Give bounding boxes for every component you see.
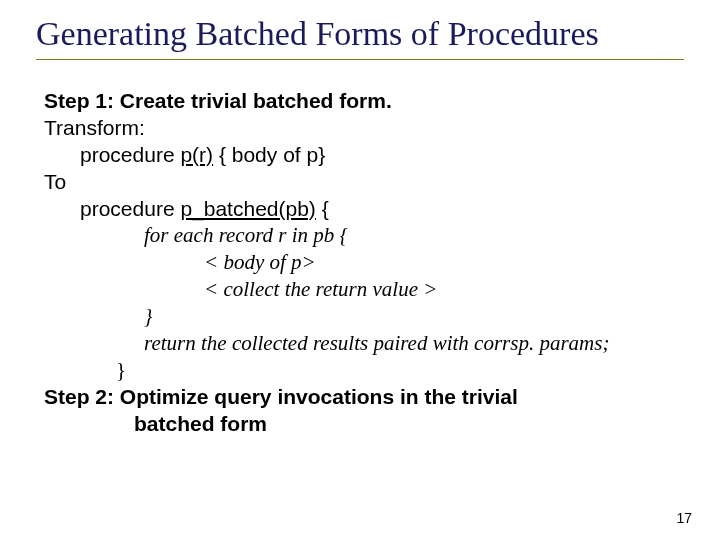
proc-orig-prefix: procedure xyxy=(80,143,180,166)
slide-body: Step 1: Create trivial batched form. Tra… xyxy=(44,88,684,437)
title-block: Generating Batched Forms of Procedures xyxy=(36,14,684,60)
slide: Generating Batched Forms of Procedures S… xyxy=(0,0,720,540)
body-of-p-line: < body of p> xyxy=(44,249,684,276)
step1-heading: Step 1: Create trivial batched form. xyxy=(44,88,684,115)
title-underline xyxy=(36,59,684,60)
proc-batched-prefix: procedure xyxy=(80,197,180,220)
page-number: 17 xyxy=(676,510,692,526)
proc-batched: procedure p_batched(pb) { xyxy=(44,196,684,223)
foreach-line: for each record r in pb { xyxy=(44,222,684,249)
close-inner-brace: } xyxy=(44,303,684,330)
proc-original: procedure p(r) { body of p} xyxy=(44,142,684,169)
step2-line2: batched form xyxy=(44,411,684,438)
proc-batched-sig: p_batched(pb) xyxy=(180,197,315,220)
proc-orig-suffix: { body of p} xyxy=(213,143,325,166)
proc-batched-suffix: { xyxy=(316,197,329,220)
to-label: To xyxy=(44,169,684,196)
transform-label: Transform: xyxy=(44,115,684,142)
close-outer-brace: } xyxy=(44,357,684,384)
step2-line1: Step 2: Optimize query invocations in th… xyxy=(44,384,684,411)
return-line: return the collected results paired with… xyxy=(44,330,684,357)
collect-line: < collect the return value > xyxy=(44,276,684,303)
proc-orig-sig: p(r) xyxy=(180,143,213,166)
slide-title: Generating Batched Forms of Procedures xyxy=(36,14,684,59)
